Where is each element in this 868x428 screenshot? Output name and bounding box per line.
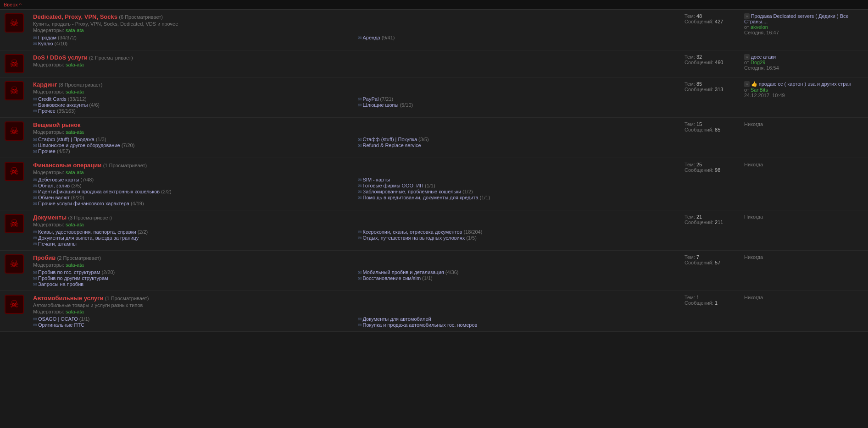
msg-icon: ✉ bbox=[33, 282, 37, 287]
stats-cell: Тем: 48 Сообщений: 427 bbox=[680, 10, 740, 50]
subforum-link[interactable]: Стафф (stuff) | Покупка bbox=[363, 137, 417, 142]
msg-icon: ✉ bbox=[358, 317, 362, 322]
subforum-link[interactable]: OSAGO | ОСАГО bbox=[38, 316, 78, 322]
subforum-link[interactable]: Восстановление сим/sim bbox=[363, 275, 421, 281]
forum-title-link[interactable]: Финансовые операции bbox=[33, 162, 101, 169]
subforum-count: (34/372) bbox=[58, 35, 77, 40]
subforum-link[interactable]: Refund & Replace service bbox=[363, 143, 421, 148]
subforum-link[interactable]: Пробив по другим структурам bbox=[38, 275, 108, 281]
posts-stat: Сообщений: 460 bbox=[684, 60, 735, 65]
msg-icon: ✉ bbox=[358, 323, 362, 328]
forum-title-link[interactable]: DoS / DDoS услуги bbox=[33, 54, 88, 61]
last-post-cell: Никогда bbox=[740, 118, 868, 158]
forum-title-link[interactable]: Пробив bbox=[33, 254, 56, 261]
subforum-link[interactable]: Стафф (stuff) | Продажа bbox=[38, 137, 95, 142]
moderators: Модераторы: sata-ata bbox=[33, 129, 675, 135]
subforum-link[interactable]: Прочие услуги финансового характера bbox=[38, 201, 129, 206]
subforums-grid: ✉ Ксивы, удостоверения, паспорта, справк… bbox=[33, 229, 675, 247]
subforum-link[interactable]: Дебетовые карты bbox=[38, 177, 79, 182]
topics-stat: Тем: 7 bbox=[684, 254, 735, 260]
subforum-link[interactable]: PayPal bbox=[363, 96, 379, 102]
subforum-link[interactable]: Готовые фирмы ООО, ИП bbox=[363, 183, 423, 188]
subforum-link[interactable]: Прочее bbox=[38, 108, 56, 114]
subforum-link[interactable]: Обмен валют bbox=[38, 195, 70, 200]
subforum-link[interactable]: Аренда bbox=[363, 35, 380, 40]
last-post-cell: » Продажа Dedicated servers ( Дедики ) В… bbox=[740, 10, 868, 50]
subforum-link[interactable]: Продам bbox=[38, 35, 56, 40]
posts-label: Сообщений: bbox=[684, 60, 713, 65]
subforum-link[interactable]: Печати, штампы bbox=[38, 241, 77, 247]
moderator-link[interactable]: sata-ata bbox=[66, 89, 84, 94]
msg-icon: ✉ bbox=[33, 137, 37, 142]
moderators: Модераторы: sata-ata bbox=[33, 309, 675, 314]
moderator-link[interactable]: sata-ata bbox=[66, 170, 84, 175]
forum-title-link[interactable]: Автомобильные услуги bbox=[33, 295, 104, 302]
subforum-link[interactable]: Документы для автомобилей bbox=[363, 316, 431, 322]
subforum-link[interactable]: Прочее bbox=[38, 148, 56, 154]
topics-value: 7 bbox=[696, 254, 699, 260]
subforum-link[interactable]: Ксерокопии, сканы, отрисовка документов bbox=[363, 229, 462, 235]
last-post-author: Dog29 bbox=[751, 60, 765, 65]
subforum-item: ✉ Идентификация и продажа электронных ко… bbox=[33, 189, 351, 194]
last-post-title-link[interactable]: Продажа Dedicated servers ( Дедики ) Все… bbox=[744, 13, 849, 24]
subforum-link[interactable]: Шпионское и другое оборудование bbox=[38, 143, 120, 148]
subforum-link[interactable]: Банковские аккаунты bbox=[38, 102, 88, 108]
msg-icon: ✉ bbox=[358, 183, 362, 188]
subforum-link[interactable]: Обнал, залив bbox=[38, 183, 70, 188]
back-link[interactable]: Вверх ^ bbox=[4, 2, 22, 7]
subforum-item: ✉ Дебетовые карты (7/48) bbox=[33, 177, 351, 182]
moderator-link[interactable]: sata-ata bbox=[66, 129, 84, 135]
forum-row: ☠ Финансовые операции (1 Просматривает)М… bbox=[0, 158, 868, 210]
posts-value: 313 bbox=[715, 87, 723, 92]
last-post-time: Сегодня, 16:47 bbox=[744, 30, 779, 35]
forum-title-link[interactable]: Документы bbox=[33, 214, 67, 221]
posts-label: Сообщений: bbox=[684, 219, 713, 225]
moderator-link[interactable]: sata-ata bbox=[66, 262, 84, 268]
subforum-link[interactable]: Шлющие шопы bbox=[363, 102, 399, 108]
subforum-link[interactable]: Покупка и продажа автомобильных гос. ном… bbox=[363, 322, 478, 328]
moderator-link[interactable]: sata-ata bbox=[66, 62, 84, 67]
msg-icon: ✉ bbox=[358, 195, 362, 200]
icon-cell: ☠ bbox=[0, 10, 28, 50]
subforum-link[interactable]: Идентификация и продажа электронных коше… bbox=[38, 189, 160, 194]
msg-icon: ✉ bbox=[358, 270, 362, 275]
icon-cell: ☠ bbox=[0, 291, 28, 332]
forum-title-link[interactable]: Вещевой рынок bbox=[33, 121, 81, 128]
subforum-link[interactable]: Заблокированные, проблемные кошельки bbox=[363, 189, 462, 194]
stats-cell: Тем: 15 Сообщений: 85 bbox=[680, 118, 740, 158]
last-post-title-link[interactable]: досс атаки bbox=[751, 54, 776, 60]
subforum-link[interactable]: SIM - карты bbox=[363, 177, 390, 182]
subforum-link[interactable]: Ксивы, удостоверения, паспорта, справки bbox=[38, 229, 136, 235]
subforum-link[interactable]: Куплю bbox=[38, 41, 53, 46]
last-post-title-link[interactable]: 👍 продаю сс ( картон ) usa и других стра… bbox=[751, 81, 851, 87]
subforum-link[interactable]: Отдых, путешествия на выгодных условиях bbox=[363, 235, 465, 241]
moderators: Модераторы: sata-ata bbox=[33, 27, 675, 33]
subforum-link[interactable]: Помощь в кредитовании, документы для кре… bbox=[363, 195, 479, 200]
subforum-link[interactable]: Пробив по гос. структурам bbox=[38, 269, 100, 275]
forum-title-link[interactable]: Кардинг bbox=[33, 81, 57, 88]
moderator-link[interactable]: sata-ata bbox=[66, 309, 84, 314]
moderator-link[interactable]: sata-ata bbox=[66, 27, 84, 33]
subforum-link[interactable]: Запросы на пробив bbox=[38, 281, 83, 287]
msg-icon: ✉ bbox=[33, 230, 37, 235]
topics-stat: Тем: 25 bbox=[684, 162, 735, 167]
msg-icon: ✉ bbox=[33, 195, 37, 200]
subforum-count: (1/1) bbox=[480, 195, 490, 200]
subforums-grid: ✉ OSAGO | ОСАГО (1/1) ✉ Документы для ав… bbox=[33, 316, 675, 328]
stats-cell: Тем: 25 Сообщений: 98 bbox=[680, 158, 740, 210]
subforum-item: ✉ Аренда (9/41) bbox=[358, 35, 676, 40]
subforum-item: ✉ Ксивы, удостоверения, паспорта, справк… bbox=[33, 229, 351, 235]
subforum-link[interactable]: Документы для вылета, выезда за границу bbox=[38, 235, 139, 241]
subforum-link[interactable]: Credit Cards bbox=[38, 96, 67, 102]
subforum-count: (1/1) bbox=[79, 316, 90, 322]
moderator-link[interactable]: sata-ata bbox=[66, 222, 84, 227]
subforum-link[interactable]: Мобильный пробив и детализация bbox=[363, 269, 444, 275]
subforum-item: ✉ Прочее (35/163) bbox=[33, 108, 351, 114]
forum-title-link[interactable]: Dedicated, Proxy, VPN, Socks bbox=[33, 13, 117, 20]
msg-icon: ✉ bbox=[33, 241, 37, 247]
subforum-link[interactable]: Оригинальные ПТС bbox=[38, 322, 84, 328]
from-label: от bbox=[744, 24, 751, 30]
posts-value: 427 bbox=[715, 19, 723, 24]
msg-icon: ✉ bbox=[358, 236, 362, 241]
posts-stat: Сообщений: 57 bbox=[684, 260, 735, 265]
